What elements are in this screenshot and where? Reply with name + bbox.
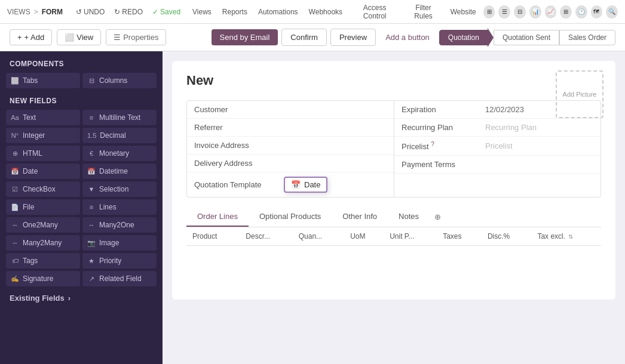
quotation-template-value[interactable]: 📅 Date — [278, 177, 387, 193]
automations-button[interactable]: Automations — [255, 6, 302, 18]
many2many-icon: ↔ — [11, 239, 19, 246]
field-multiline[interactable]: ≡ Multiline Text — [82, 110, 157, 125]
search-icon[interactable]: 🔍 — [606, 5, 618, 18]
field-text[interactable]: Aa Text — [6, 110, 80, 125]
field-priority[interactable]: ★ Priority — [82, 253, 157, 269]
file-icon: 📄 — [11, 203, 19, 211]
date-drag-widget[interactable]: 📅 Date — [284, 177, 327, 193]
selection-icon: ▼ — [87, 186, 96, 193]
add-picture-button[interactable]: Add Picture — [556, 70, 603, 118]
main-layout: Components ⬜ Tabs ⊟ Columns New Fields A… — [0, 51, 625, 364]
recurring-plan-value[interactable]: Recurring Plan — [485, 123, 593, 132]
views-button[interactable]: Views — [189, 6, 215, 18]
bar-chart-icon[interactable]: 📈 — [545, 5, 557, 18]
send-by-email-button[interactable]: Send by Email — [212, 29, 278, 45]
multiline-icon: ≡ — [87, 114, 96, 121]
lines-icon: ≡ — [87, 203, 96, 211]
website-button[interactable]: Website — [447, 6, 480, 18]
field-one2many[interactable]: ↔ One2Many — [6, 217, 80, 233]
status-quotation[interactable]: Quotation — [439, 30, 488, 45]
invoice-address-row: Invoice Address — [187, 137, 394, 155]
recurring-plan-row: Recurring Plan Recurring Plan — [394, 119, 601, 137]
filter-rules-button[interactable]: Filter Rules — [403, 2, 443, 22]
properties-button[interactable]: ☰ Properties — [106, 29, 166, 45]
component-tabs[interactable]: ⬜ Tabs — [6, 73, 80, 88]
add-button-link[interactable]: Add a button — [379, 29, 436, 45]
reports-button[interactable]: Reports — [219, 6, 251, 18]
field-tags[interactable]: 🏷 Tags — [6, 253, 80, 269]
pricelist-row: Pricelist ? Pricelist — [394, 137, 601, 156]
top-nav-right: Views Reports Automations Webhooks Acces… — [189, 2, 618, 22]
map-icon[interactable]: 🗺 — [591, 5, 603, 18]
tab-add-button[interactable]: ⊕ — [430, 209, 446, 225]
table-area: Product Descr... Quan... UoM Unit P... T… — [186, 227, 601, 246]
field-related-field[interactable]: ↗ Related Field — [82, 271, 157, 286]
text-icon: Aa — [11, 114, 19, 121]
field-lines[interactable]: ≡ Lines — [82, 199, 157, 215]
pivot-icon[interactable]: ⊞ — [560, 5, 572, 18]
pricelist-value[interactable]: Pricelist — [485, 141, 593, 150]
clock-icon[interactable]: 🕐 — [575, 5, 587, 18]
table-icon[interactable]: ⊟ — [514, 5, 526, 18]
field-many2many[interactable]: ↔ Many2Many — [6, 235, 80, 251]
html-icon: ⊕ — [11, 150, 19, 158]
image-icon: 📷 — [87, 239, 96, 247]
confirm-button[interactable]: Confirm — [281, 29, 327, 46]
tags-icon: 🏷 — [11, 257, 19, 264]
redo-button[interactable]: ↻ REDO — [111, 6, 146, 18]
access-control-button[interactable]: Access Control — [350, 2, 400, 22]
component-columns[interactable]: ⊟ Columns — [82, 73, 157, 88]
invoice-address-label: Invoice Address — [194, 141, 278, 150]
form-label: FORM — [42, 8, 63, 16]
one2many-icon: ↔ — [11, 221, 19, 229]
webhooks-button[interactable]: Webhooks — [305, 6, 346, 18]
grid-icon[interactable]: ⊞ — [483, 5, 495, 18]
undo-redo-group: ↺ UNDO ↻ REDO ✓ Saved — [72, 6, 184, 18]
tabs-icon: ⬜ — [11, 77, 19, 85]
checkbox-icon: ☑ — [11, 186, 19, 193]
props-icon: ☰ — [114, 33, 121, 42]
undo-button[interactable]: ↺ UNDO — [72, 6, 108, 18]
decimal-icon: 1.5 — [87, 132, 96, 139]
tab-optional-products[interactable]: Optional Products — [249, 207, 332, 227]
field-date[interactable]: 📅 Date — [6, 164, 80, 179]
status-sent[interactable]: Quotation Sent — [494, 30, 559, 45]
field-selection[interactable]: ▼ Selection — [82, 181, 157, 197]
table-header: Product Descr... Quan... UoM Unit P... T… — [186, 227, 601, 246]
status-arrow — [488, 28, 494, 47]
field-file[interactable]: 📄 File — [6, 199, 80, 215]
field-decimal[interactable]: 1.5 Decimal — [82, 128, 157, 143]
tab-notes[interactable]: Notes — [388, 207, 430, 227]
add-icon: + — [17, 33, 22, 42]
add-button[interactable]: + + Add — [10, 29, 52, 45]
tab-order-lines[interactable]: Order Lines — [186, 207, 249, 227]
col-taxes: Taxes — [437, 227, 482, 246]
existing-fields-section[interactable]: Existing Fields › — [0, 286, 163, 310]
field-many2one[interactable]: ↔ Many2One — [82, 217, 157, 233]
field-checkbox[interactable]: ☑ CheckBox — [6, 181, 80, 197]
field-integer[interactable]: N° Integer — [6, 128, 80, 143]
field-signature[interactable]: ✍ Signature — [6, 271, 80, 286]
field-html[interactable]: ⊕ HTML — [6, 146, 80, 161]
tab-other-info[interactable]: Other Info — [332, 207, 388, 227]
view-button[interactable]: ⬜ View — [57, 29, 101, 45]
field-image[interactable]: 📷 Image — [82, 235, 157, 251]
form-title: New — [186, 73, 601, 88]
many2one-icon: ↔ — [87, 221, 96, 229]
chart-icon[interactable]: 📊 — [529, 5, 541, 18]
referrer-row: Referrer — [187, 119, 394, 137]
breadcrumb-separator: > — [34, 8, 38, 16]
top-navigation: VIEWS > FORM ↺ UNDO ↻ REDO ✓ Saved Views… — [0, 0, 625, 24]
field-datetime[interactable]: 📅 Datetime — [82, 164, 157, 179]
list-icon[interactable]: ☰ — [498, 5, 510, 18]
components-grid: ⬜ Tabs ⊟ Columns — [0, 73, 163, 88]
date-widget-icon: 📅 — [291, 180, 301, 189]
col-uom: UoM — [344, 227, 384, 246]
new-fields-title: New Fields — [0, 88, 163, 110]
status-sales-order[interactable]: Sales Order — [559, 30, 615, 45]
breadcrumb: VIEWS > FORM — [7, 8, 63, 16]
components-section-title: Components — [0, 51, 163, 73]
saved-indicator: ✓ Saved — [149, 6, 184, 18]
field-monetary[interactable]: € Monetary — [82, 146, 157, 161]
preview-button[interactable]: Preview — [330, 29, 376, 46]
